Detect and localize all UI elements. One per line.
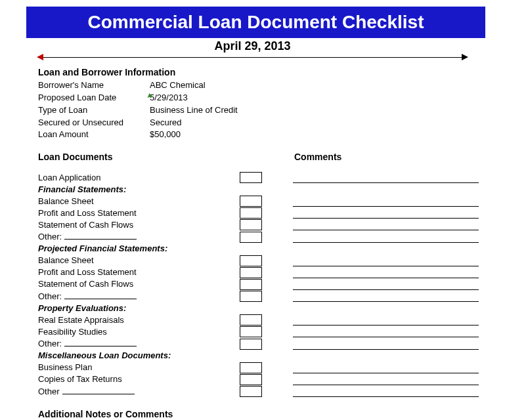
comment-line[interactable] (293, 387, 479, 397)
checklist-item-label: Other: (38, 290, 235, 303)
borrower-field-row: Secured or UnsecuredSecured (38, 117, 479, 129)
comment-line[interactable] (293, 196, 479, 207)
other-write-in-line[interactable] (64, 230, 137, 240)
checklist-subheading: Miscellaneous Loan Documents: (38, 350, 235, 362)
borrower-info-heading: Loan and Borrower Information (38, 67, 479, 77)
page-title-banner: Commercial Loan Document Checklist (26, 7, 485, 38)
borrower-field-value: ABC Chemical (150, 79, 479, 92)
comment-line[interactable] (293, 268, 479, 278)
other-write-in-line[interactable] (62, 385, 135, 394)
checkbox[interactable] (240, 362, 262, 373)
checkbox[interactable] (240, 326, 262, 337)
borrower-field-label: Borrower's Name (38, 79, 150, 92)
comment-line[interactable] (293, 256, 479, 266)
checkbox[interactable] (240, 232, 262, 243)
document-date: April 29, 2013 (13, 39, 492, 53)
checkbox[interactable] (240, 172, 262, 183)
checklist-row: Balance Sheet (38, 195, 479, 207)
borrower-field-value: 5/29/2013 (150, 92, 479, 104)
borrower-field-value: Secured (150, 117, 479, 129)
checkbox[interactable] (240, 374, 262, 385)
checklist-item-label: Balance Sheet (38, 255, 235, 266)
comment-line[interactable] (293, 375, 479, 385)
checklist-subheading: Property Evaluations: (38, 303, 235, 314)
comment-line[interactable] (293, 220, 479, 230)
checklist-item-label: Profit and Loss Statement (38, 266, 235, 278)
checklist-row: Feasibility Studies (38, 326, 479, 337)
borrower-field-row: Proposed Loan Date5/29/2013 (38, 92, 479, 104)
checklist-item-label: Statement of Cash Flows (38, 219, 235, 231)
checkbox[interactable] (240, 267, 262, 278)
checklist-row: Miscellaneous Loan Documents: (38, 350, 479, 362)
other-write-in-line[interactable] (64, 337, 137, 346)
borrower-field-label: Type of Loan (38, 104, 150, 117)
checklist-row: Real Estate Appraisals (38, 314, 479, 326)
checklist-row: Balance Sheet (38, 255, 479, 266)
checklist-row: Other: (38, 290, 479, 303)
comment-line[interactable] (293, 232, 479, 243)
borrower-field-row: Type of LoanBusiness Line of Credit (38, 104, 479, 117)
checklist-row: Loan Application (38, 171, 479, 183)
checklist-item-label: Real Estate Appraisals (38, 314, 235, 326)
divider-arrow (39, 57, 466, 58)
checklist-row: Property Evaluations: (38, 302, 479, 314)
checklist-item-label: Feasibility Studies (38, 326, 235, 338)
checklist-item-label: Other (38, 385, 235, 398)
checkbox[interactable] (240, 207, 262, 219)
checklist-item-label: Copies of Tax Returns (38, 373, 235, 385)
borrower-field-row: Borrower's NameABC Chemical (38, 79, 479, 92)
checklist-row: Projected Financial Statements: (38, 243, 479, 255)
checkbox[interactable] (240, 339, 262, 350)
checklist-row: Profit and Loss Statement (38, 266, 479, 278)
checkbox[interactable] (240, 279, 262, 290)
comment-line[interactable] (293, 327, 479, 337)
checklist-item-label: Statement of Cash Flows (38, 278, 235, 290)
checklist-item-label: Profit and Loss Statement (38, 207, 235, 219)
comment-line[interactable] (293, 208, 479, 219)
checklist-subheading: Financial Statements: (38, 184, 235, 196)
checkbox[interactable] (240, 291, 262, 302)
additional-notes-heading: Additional Notes or Comments (38, 409, 479, 419)
comment-line[interactable] (293, 173, 479, 183)
checklist-item-label: Balance Sheet (38, 196, 235, 207)
checklist-row: Other: (38, 230, 479, 243)
checklist-row: Statement of Cash Flows (38, 278, 479, 290)
checklist-item-label: Loan Application (38, 172, 235, 184)
comment-line[interactable] (293, 280, 479, 290)
checkbox[interactable] (240, 386, 262, 397)
checkbox[interactable] (240, 219, 262, 230)
checkbox[interactable] (240, 314, 262, 326)
checklist-row: Other (38, 385, 479, 398)
borrower-field-label: Secured or Unsecured (38, 117, 150, 129)
loan-documents-heading: Loan Documents (38, 152, 294, 162)
checklist-item-label: Other: (38, 230, 235, 243)
comment-line[interactable] (293, 315, 479, 326)
checklist-row: Copies of Tax Returns (38, 373, 479, 385)
borrower-field-value: Business Line of Credit (150, 104, 479, 117)
checklist-row: Financial Statements: (38, 183, 479, 195)
checklist-item-label: Other: (38, 337, 235, 350)
checklist-item-label: Business Plan (38, 362, 235, 373)
checklist-row: Other: (38, 337, 479, 350)
comment-line[interactable] (293, 363, 479, 373)
checklist-row: Business Plan (38, 362, 479, 373)
checklist-row: Statement of Cash Flows (38, 219, 479, 230)
checkbox[interactable] (240, 196, 262, 207)
checklist-subheading: Projected Financial Statements: (38, 243, 235, 255)
comment-line[interactable] (293, 291, 479, 302)
comment-line[interactable] (293, 339, 479, 350)
arrow-left-icon (37, 54, 43, 60)
borrower-field-label: Loan Amount (38, 129, 150, 141)
borrower-field-row: Loan Amount$50,000 (38, 129, 479, 141)
comments-heading: Comments (294, 152, 479, 162)
borrower-field-value: $50,000 (150, 129, 479, 141)
checkbox[interactable] (240, 255, 262, 266)
checklist-row: Profit and Loss Statement (38, 207, 479, 219)
arrow-right-icon (462, 54, 468, 60)
other-write-in-line[interactable] (64, 290, 137, 299)
borrower-field-label: Proposed Loan Date (38, 92, 150, 104)
